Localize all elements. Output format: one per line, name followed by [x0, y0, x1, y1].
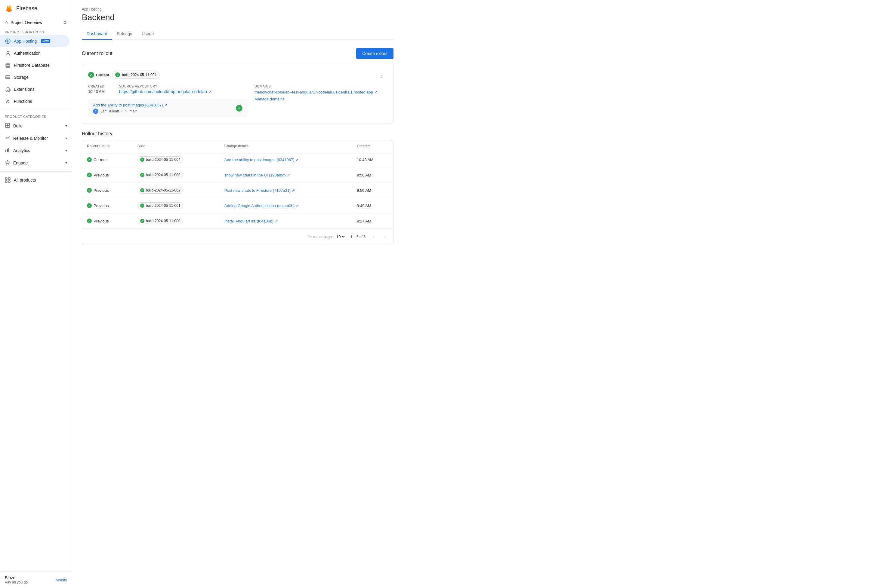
svg-rect-9 [8, 148, 9, 152]
firebase-logo-icon [5, 4, 13, 13]
grid-icon [5, 177, 11, 183]
sidebar-category-build[interactable]: Build ▾ [0, 120, 72, 132]
change-link-1[interactable]: show new chats in the UI (198a89f) ↗ [224, 173, 290, 177]
sidebar-item-authentication[interactable]: Authentication [0, 47, 69, 59]
sidebar-item-app-hosting[interactable]: App Hosting NEW [0, 35, 69, 47]
tab-settings[interactable]: Settings [112, 28, 137, 40]
change-link-4[interactable]: Install AngularFire (f04a06b) ↗ [224, 219, 278, 224]
build-check-icon: ✓ [140, 173, 144, 177]
status-text: Previous [93, 173, 109, 177]
authentication-icon [5, 50, 11, 56]
project-overview-label: Project Overview [11, 20, 61, 25]
build-check-icon: ✓ [140, 219, 144, 223]
change-link-0[interactable]: Add the ability to post images (6341067)… [224, 158, 299, 162]
more-options-button[interactable]: ⋮ [376, 70, 387, 80]
build-chevron-icon: ▾ [65, 124, 67, 128]
status-text: Previous [93, 188, 109, 193]
commit-link[interactable]: Add the ability to post images (6341067)… [93, 103, 167, 107]
sidebar-item-storage[interactable]: Storage [0, 71, 69, 83]
firestore-icon [5, 62, 11, 68]
commit-info: Add the ability to post images (6341067)… [93, 102, 232, 114]
commit-check-icon: ✓ [236, 105, 242, 111]
sidebar: Firebase ⌂ Project Overview ⚙ Project sh… [0, 0, 72, 588]
sidebar-footer: Blaze Pay as you go Modify [0, 572, 72, 588]
build-id-text: build-2024-05-11-004 [146, 158, 180, 162]
cell-build-2: ✓ build-2024-05-11-002 [133, 183, 219, 198]
current-status-label: Current [96, 73, 109, 77]
build-label: Build [13, 123, 62, 128]
app-hosting-icon [5, 38, 11, 44]
commit-meta: J Jeff Huleatt • ⑂ main [93, 108, 232, 114]
status-check-icon: ✓ [87, 219, 92, 224]
plan-name: Blaze [5, 575, 28, 580]
sidebar-category-engage[interactable]: Engage ▾ [0, 157, 72, 169]
analytics-chevron-icon: ▾ [65, 148, 67, 153]
build-id-text: build-2024-05-11-000 [146, 219, 180, 223]
card-body: Created 10:43 AM Source repository https… [88, 84, 387, 117]
app-title: Firebase [16, 5, 37, 12]
engage-icon [5, 160, 10, 166]
settings-icon[interactable]: ⚙ [63, 20, 67, 25]
build-check-icon: ✓ [140, 158, 144, 162]
functions-label: Functions [14, 99, 32, 104]
svg-rect-11 [8, 178, 10, 180]
manage-domains-link[interactable]: Manage domains [254, 97, 387, 101]
product-categories-label: Product categories [0, 112, 72, 120]
prev-page-button[interactable]: ‹ [370, 232, 377, 241]
home-icon: ⌂ [5, 19, 8, 26]
next-page-button[interactable]: › [382, 232, 388, 241]
svg-rect-3 [6, 65, 10, 66]
status-text: Previous [93, 204, 109, 208]
build-check-icon: ✓ [140, 188, 144, 192]
cell-build-3: ✓ build-2024-05-11-001 [133, 198, 219, 213]
commit-branch: main [130, 109, 137, 113]
status-check-icon: ✓ [87, 172, 92, 177]
check-circle-icon: ✓ [88, 72, 94, 78]
cell-change-1: show new chats in the UI (198a89f) ↗ [219, 168, 352, 183]
items-per-page-group: Items per page: 10 25 50 [308, 234, 346, 239]
svg-rect-10 [5, 178, 7, 180]
svg-rect-13 [8, 181, 10, 183]
col-header-created: Created [352, 140, 393, 152]
modify-plan-button[interactable]: Modify [56, 578, 67, 582]
build-icon [5, 123, 10, 129]
sidebar-item-firestore[interactable]: Firestore Database [0, 59, 69, 71]
build-check-icon: ✓ [115, 72, 120, 77]
source-repo-link[interactable]: https://github.com/jhuleatt/tmp-angular-… [119, 89, 212, 94]
table-footer: Items per page: 10 25 50 1 – 5 of 5 ‹ › [82, 228, 393, 245]
sidebar-item-all-products[interactable]: All products [0, 174, 69, 186]
cell-build-0: ✓ build-2024-05-11-004 [133, 152, 219, 168]
items-per-page-select[interactable]: 10 25 50 [335, 234, 346, 239]
change-link-3[interactable]: Adding Google Authentication (dcaab0b) ↗ [224, 204, 299, 208]
table-row: ✓ Previous ✓ build-2024-05-11-003 show n… [82, 168, 393, 183]
cell-change-3: Adding Google Authentication (dcaab0b) ↗ [219, 198, 352, 213]
domain-link[interactable]: friendlychat-codelab--test-angular17-cod… [254, 90, 387, 94]
main-content: App Hosting Backend Dashboard Settings U… [72, 0, 873, 588]
storage-label: Storage [14, 75, 29, 80]
cell-created-3: 9:49 AM [352, 198, 393, 213]
current-build-id: build-2024-05-11-004 [122, 73, 156, 77]
change-link-2[interactable]: Post new chats to Firestore (7107a31) ↗ [224, 188, 295, 193]
project-overview-item[interactable]: ⌂ Project Overview ⚙ [0, 17, 72, 28]
source-repo-group: Source repository https://github.com/jhu… [119, 84, 212, 94]
tab-dashboard[interactable]: Dashboard [82, 28, 112, 40]
firestore-label: Firestore Database [14, 63, 50, 68]
cell-created-4: 9:27 AM [352, 213, 393, 229]
col-header-build: Build [133, 140, 219, 152]
cell-status-0: ✓ Current [82, 152, 133, 168]
tab-usage[interactable]: Usage [137, 28, 159, 40]
pagination-info: 1 – 5 of 5 [350, 235, 365, 239]
source-repo-label: Source repository [119, 84, 212, 88]
sidebar-category-analytics[interactable]: Analytics ▾ [0, 144, 72, 157]
sidebar-item-extensions[interactable]: Extensions [0, 83, 69, 95]
current-build-chip: ✓ build-2024-05-11-004 [112, 71, 160, 79]
sidebar-item-functions[interactable]: Functions [0, 95, 69, 107]
all-products-label: All products [14, 178, 36, 183]
create-rollout-button[interactable]: Create rollout [356, 48, 394, 59]
items-per-page-label: Items per page: [308, 235, 333, 239]
release-monitor-icon [5, 135, 10, 141]
app-hosting-label: App Hosting [14, 39, 37, 44]
status-text: Current [93, 158, 107, 162]
table-row: ✓ Current ✓ build-2024-05-11-004 Add the… [82, 152, 393, 168]
sidebar-category-release-monitor[interactable]: Release & Monitor ▾ [0, 132, 72, 144]
